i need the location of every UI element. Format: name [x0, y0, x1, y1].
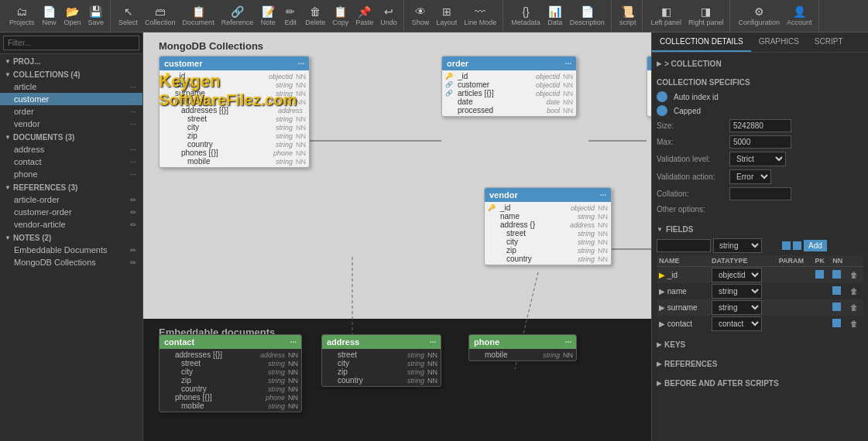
table-contact-embedded[interactable]: contact··· addresses [{}]addressNN stree…	[159, 334, 302, 412]
collation-input[interactable]	[729, 187, 791, 200]
field-nn-check[interactable]	[832, 286, 841, 295]
field-delete-icon[interactable]: 🗑	[850, 303, 858, 312]
sidebar-section-references[interactable]: ▼ REFERENCES (3)	[0, 180, 142, 193]
field-type-select[interactable]: string	[712, 284, 762, 299]
leftpanel-button[interactable]: ◧Left panel	[647, 4, 684, 28]
sidebar-item-mongodb-collections[interactable]: MongoDB Collections✏	[0, 256, 142, 268]
show-button[interactable]: 👁Show	[409, 4, 433, 28]
radio-capped-icon[interactable]	[657, 105, 667, 116]
table-order[interactable]: order··· 🔑_idobjectidNN 🔗customerobjecti…	[441, 56, 577, 117]
sidebar-item-order[interactable]: order···	[0, 105, 142, 118]
table-phone-header[interactable]: phone···	[469, 335, 576, 349]
save-button[interactable]: 💾Save	[85, 4, 108, 28]
radio-row-capped: Capped	[657, 104, 863, 118]
rightpanel-button[interactable]: ◨Right panel	[685, 4, 727, 28]
field-type-select[interactable]: contact	[712, 316, 762, 331]
add-field-button[interactable]: Add	[804, 240, 827, 251]
tab-script[interactable]: SCRIPT	[807, 32, 851, 52]
note-button[interactable]: 📝Note	[257, 4, 279, 28]
pk-checkbox[interactable]	[782, 241, 791, 250]
select-button[interactable]: ↖Select	[115, 4, 141, 28]
max-input[interactable]	[729, 135, 791, 149]
table-customer[interactable]: customer··· 🔑_idobjectidNN namestringNN …	[159, 56, 310, 168]
table-order-header[interactable]: order···	[442, 56, 576, 70]
table-vendor-header[interactable]: vendor···	[485, 188, 611, 202]
sidebar-item-article[interactable]: article···	[0, 80, 142, 93]
copy-button[interactable]: 📋Copy	[329, 4, 352, 28]
validation-level-select[interactable]: StrictModerateOff	[729, 152, 786, 166]
field-delete-icon[interactable]: 🗑	[850, 287, 858, 296]
tab-collection-details[interactable]: COLLECTION DETAILS	[652, 32, 751, 52]
sidebar-section-project[interactable]: ▼ PROJ...	[0, 54, 142, 67]
field-nn-check[interactable]	[832, 270, 841, 279]
sidebar-section-collections[interactable]: ▼ COLLECTIONS (4)	[0, 67, 142, 80]
search-input[interactable]	[3, 36, 139, 50]
data-button[interactable]: 📊Data	[544, 4, 566, 28]
table-row: streetstringNN	[322, 350, 441, 359]
validation-action-select[interactable]: ErrorWarn	[729, 169, 771, 184]
section-fields-header[interactable]: ▼ FIELDS	[657, 223, 863, 236]
configuration-button[interactable]: ⚙Configuration	[735, 4, 783, 28]
table-phone-embedded[interactable]: phone··· mobilestringNN	[468, 334, 577, 361]
nn-checkbox[interactable]	[793, 241, 801, 250]
new-field-name-input[interactable]	[657, 239, 711, 252]
reference-button[interactable]: 🔗Reference	[218, 4, 257, 28]
sidebar-item-embeddable-docs[interactable]: Embeddable Documents✏	[0, 244, 142, 256]
canvas-area[interactable]: Keygen SoftWareFilez.com MongoDB Collect…	[143, 32, 651, 441]
field-nn-check[interactable]	[832, 319, 841, 327]
table-address-header[interactable]: address···	[322, 335, 441, 349]
sidebar-section-notes[interactable]: ▼ NOTES (2)	[0, 231, 142, 244]
tab-graphics[interactable]: GRAPHICS	[751, 32, 807, 52]
section-collection-header[interactable]: ▶ > COLLECTION	[657, 57, 863, 70]
size-input[interactable]	[729, 119, 791, 132]
sidebar-item-customer-order[interactable]: customer-order✏	[0, 206, 142, 218]
notes-arrow-icon: ▼	[5, 234, 11, 241]
account-button[interactable]: 👤Account	[784, 4, 815, 28]
metadata-button[interactable]: {}Metadata	[508, 4, 544, 28]
section-collection: ▶ > COLLECTION	[657, 57, 863, 70]
projects-button[interactable]: 🗂Projects	[6, 4, 38, 28]
table-vendor[interactable]: vendor··· 🔑_idobjectidNN namestringNN ad…	[484, 187, 612, 265]
delete-button[interactable]: 🗑Delete	[302, 4, 328, 28]
field-delete-icon[interactable]: 🗑	[850, 271, 858, 279]
main-layout: ▼ PROJ... ▼ COLLECTIONS (4) article··· c…	[0, 32, 868, 441]
radio-autoindex-icon[interactable]	[657, 91, 667, 102]
layout-button[interactable]: ⊞Layout	[433, 4, 460, 28]
table-row: address {}addressNN	[485, 220, 611, 229]
sidebar-item-article-order[interactable]: article-order✏	[0, 193, 142, 206]
table-customer-header[interactable]: customer···	[160, 56, 309, 70]
table-article[interactable]: article··· 🔑_idobjectidNN titlestringNN …	[647, 56, 651, 117]
sidebar-item-vendor[interactable]: vendor···	[0, 118, 142, 130]
sidebar-item-vendor-article[interactable]: vendor-article✏	[0, 218, 142, 231]
paste-button[interactable]: 📌Paste	[352, 4, 376, 28]
field-nn-check[interactable]	[832, 303, 841, 311]
field-delete-icon[interactable]: 🗑	[850, 320, 858, 328]
undo-button[interactable]: ↩Undo	[377, 4, 400, 28]
table-article-header[interactable]: article···	[647, 56, 651, 70]
section-before-after-header[interactable]: ▶ BEFORE AND AFTER SCRIPTS	[657, 377, 863, 390]
field-type-select[interactable]: string	[712, 300, 762, 315]
new-field-type-select[interactable]: stringobjectidintdoublebooldate	[713, 238, 762, 253]
new-button[interactable]: 📄New	[39, 4, 60, 28]
sidebar-section-documents[interactable]: ▼ DOCUMENTS (3)	[0, 130, 142, 143]
field-pk-check[interactable]	[815, 270, 824, 279]
document-button[interactable]: 📋Document	[180, 4, 218, 28]
sidebar-item-phone[interactable]: phone···	[0, 168, 142, 180]
linemode-button[interactable]: 〰Line Mode	[461, 4, 499, 28]
capped-label: Capped	[674, 107, 701, 115]
table-row: mobilestringNN	[469, 350, 576, 359]
collection-button[interactable]: 🗃Collection	[142, 4, 179, 28]
sidebar-item-address[interactable]: address···	[0, 143, 142, 156]
sidebar-item-contact[interactable]: contact···	[0, 156, 142, 168]
section-keys-header[interactable]: ▶ KEYS	[657, 338, 863, 351]
table-address-embedded[interactable]: address··· streetstringNN citystringNN z…	[321, 334, 441, 387]
sidebar-item-customer[interactable]: customer···	[0, 93, 142, 105]
description-button[interactable]: 📄Description	[567, 4, 608, 28]
field-type-select[interactable]: objectid	[712, 268, 762, 282]
table-contact-header[interactable]: contact···	[160, 335, 301, 349]
edit-button[interactable]: ✏Edit	[280, 4, 301, 28]
section-references-header[interactable]: ▶ REFERENCES	[657, 357, 863, 371]
section-keys: ▶ KEYS	[657, 338, 863, 351]
open-button[interactable]: 📂Open	[61, 4, 84, 28]
script-button[interactable]: 📜script	[616, 4, 640, 28]
